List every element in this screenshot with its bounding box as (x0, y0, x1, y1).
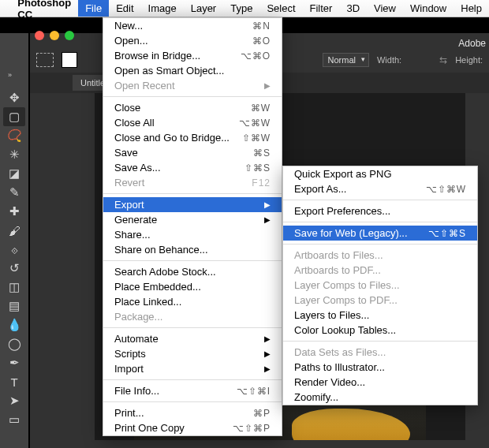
window-title: Adobe (458, 38, 486, 49)
foreground-swatch[interactable] (62, 52, 77, 68)
eraser-tool[interactable]: ◫ (3, 278, 25, 297)
file-menu-item-place-linked[interactable]: Place Linked... (103, 294, 282, 309)
menu-item-label: Artboards to PDF... (294, 264, 381, 276)
panel-expand-icon[interactable]: » (8, 71, 12, 79)
path-selection-tool[interactable]: ➤ (3, 391, 25, 410)
submenu-arrow-icon: ▶ (264, 215, 271, 224)
export-menu-item-color-lookup-tables[interactable]: Color Lookup Tables... (283, 323, 477, 338)
file-menu-item-share[interactable]: Share... (103, 227, 282, 242)
brush-tool[interactable]: 🖌 (3, 221, 25, 240)
file-menu-item-search-adobe-stock[interactable]: Search Adobe Stock... (103, 264, 282, 279)
height-label: Height: (455, 55, 483, 65)
menu-help[interactable]: Help (454, 0, 489, 17)
file-menu-item-close-all[interactable]: Close All⌥⌘W (103, 115, 282, 130)
dodge-tool[interactable]: ◯ (3, 334, 25, 353)
file-menu-item-separator (103, 379, 282, 380)
export-menu-item-render-video[interactable]: Render Video... (283, 375, 477, 390)
file-menu-item-file-info[interactable]: File Info...⌥⇧⌘I (103, 383, 282, 398)
healing-brush-tool[interactable]: ✚ (3, 202, 25, 221)
file-menu-item-new[interactable]: New...⌘N (103, 18, 282, 33)
mac-menu-bar: Photoshop CC FileEditImageLayerTypeSelec… (0, 0, 489, 17)
link-dimensions-icon[interactable]: ⇆ (439, 54, 447, 65)
export-menu-item-export-preferences[interactable]: Export Preferences... (283, 203, 477, 218)
menu-item-label: Layers to Files... (294, 309, 369, 321)
file-menu-item-place-embedded[interactable]: Place Embedded... (103, 279, 282, 294)
menu-image[interactable]: Image (141, 0, 184, 17)
file-menu-item-browse-in-bridge[interactable]: Browse in Bridge...⌥⌘O (103, 48, 282, 63)
menu-item-label: Open... (114, 35, 148, 47)
marquee-tool[interactable]: ▢ (3, 107, 25, 126)
file-menu-item-save-as[interactable]: Save As...⇧⌘S (103, 160, 282, 175)
submenu-arrow-icon: ▶ (264, 334, 271, 343)
blend-mode-select[interactable]: Normal (323, 53, 369, 67)
zoom-window-button[interactable] (65, 31, 74, 40)
menu-layer[interactable]: Layer (184, 0, 224, 17)
export-menu-item-layers-to-files[interactable]: Layers to Files... (283, 308, 477, 323)
file-menu-item-export[interactable]: Export▶ (103, 197, 282, 212)
crop-tool[interactable]: ◪ (3, 164, 25, 183)
blur-tool[interactable]: 💧 (3, 315, 25, 334)
menu-file[interactable]: File (78, 0, 109, 17)
move-tool[interactable]: ✥ (3, 88, 25, 107)
clone-stamp-tool[interactable]: ⟐ (3, 240, 25, 259)
pen-tool[interactable]: ✒ (3, 353, 25, 372)
file-menu-item-open[interactable]: Open...⌘O (103, 33, 282, 48)
submenu-arrow-icon: ▶ (264, 200, 271, 209)
file-menu-item-package: Package... (103, 309, 282, 324)
export-menu-item-layer-comps-to-files: Layer Comps to Files... (283, 278, 477, 293)
file-menu-item-revert: RevertF12 (103, 175, 282, 190)
shortcut-label: ⌥⇧⌘I (237, 386, 271, 397)
export-menu-item-export-as[interactable]: Export As...⌥⇧⌘W (283, 181, 477, 196)
shortcut-label: ⌥⇧⌘P (233, 423, 271, 434)
menu-type[interactable]: Type (223, 0, 259, 17)
lasso-tool[interactable]: 📿 (3, 126, 25, 145)
history-brush-tool[interactable]: ↺ (3, 259, 25, 278)
app-menu[interactable]: Photoshop CC (10, 0, 78, 21)
menu-filter[interactable]: Filter (303, 0, 340, 17)
close-window-button[interactable] (35, 31, 44, 40)
file-menu-item-share-on-behance[interactable]: Share on Behance... (103, 242, 282, 257)
tool-preset-icon[interactable] (36, 53, 54, 67)
menu-view[interactable]: View (367, 0, 403, 17)
window-controls (35, 31, 74, 40)
file-menu-item-close[interactable]: Close⌘W (103, 100, 282, 115)
gradient-tool[interactable]: ▤ (3, 297, 25, 315)
file-menu-item-automate[interactable]: Automate▶ (103, 331, 282, 346)
export-menu-item-zoomify[interactable]: Zoomify... (283, 390, 477, 405)
file-menu-item-print[interactable]: Print...⌘P (103, 405, 282, 420)
menu-3d[interactable]: 3D (339, 0, 367, 17)
menu-item-label: Automate (114, 333, 159, 345)
file-menu-dropdown: New...⌘NOpen...⌘OBrowse in Bridge...⌥⌘OO… (103, 17, 282, 436)
file-menu-item-print-one-copy[interactable]: Print One Copy⌥⇧⌘P (103, 420, 282, 435)
menu-edit[interactable]: Edit (109, 0, 140, 17)
menu-item-label: Paths to Illustrator... (294, 361, 385, 373)
file-menu-item-scripts[interactable]: Scripts▶ (103, 346, 282, 361)
shortcut-label: ⌥⌘O (241, 50, 271, 62)
menu-item-label: Save for Web (Legacy)... (294, 227, 408, 239)
export-menu-item-data-sets-as-files: Data Sets as Files... (283, 345, 477, 360)
menu-item-label: Print One Copy (114, 422, 185, 434)
shortcut-label: ⌥⌘W (239, 118, 271, 129)
export-menu-item-quick-export-as-png[interactable]: Quick Export as PNG (283, 166, 477, 181)
menu-window[interactable]: Window (403, 0, 454, 17)
file-menu-item-import[interactable]: Import▶ (103, 361, 282, 376)
minimize-window-button[interactable] (50, 31, 59, 40)
menu-item-label: Open Recent (114, 80, 175, 91)
file-menu-item-close-and-go-to-bridge[interactable]: Close and Go to Bridge...⇧⌘W (103, 130, 282, 145)
file-menu-item-open-as-smart-object[interactable]: Open as Smart Object... (103, 63, 282, 78)
menu-item-label: Zoomify... (294, 391, 338, 403)
export-submenu: Quick Export as PNGExport As...⌥⇧⌘WExpor… (282, 166, 478, 405)
magic-wand-tool[interactable]: ✳ (3, 145, 25, 164)
menu-item-label: Revert (114, 177, 144, 189)
menu-item-label: Export (114, 199, 144, 211)
menu-select[interactable]: Select (259, 0, 302, 17)
type-tool[interactable]: T (3, 372, 25, 391)
export-menu-item-save-for-web-legacy[interactable]: Save for Web (Legacy)...⌥⇧⌘S (283, 226, 477, 241)
file-menu-item-generate[interactable]: Generate▶ (103, 212, 282, 227)
export-menu-item-paths-to-illustrator[interactable]: Paths to Illustrator... (283, 360, 477, 375)
menu-item-label: Package... (114, 311, 162, 323)
file-menu-item-save[interactable]: Save⌘S (103, 145, 282, 160)
eyedropper-tool[interactable]: ✎ (3, 183, 25, 202)
shape-tool[interactable]: ▭ (3, 410, 25, 429)
menu-item-label: Artboards to Files... (294, 249, 383, 261)
